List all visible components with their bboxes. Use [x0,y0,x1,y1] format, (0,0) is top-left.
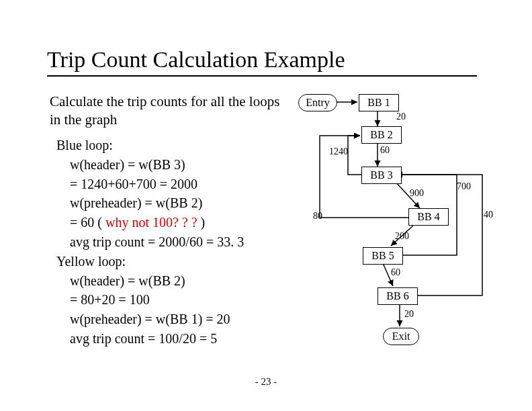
line: = 80+20 = 100 [56,292,150,307]
line: avg trip count = 100/20 = 5 [56,331,217,346]
edge-weight-bb4-bb5: 200 [395,231,409,242]
node-entry: Entry [298,94,337,111]
node-bb4: BB 4 [408,208,449,226]
flow-chart: Entry BB 1 BB 2 BB 3 BB 4 BB 5 BB 6 Exit… [296,87,511,356]
chart-edges [296,87,511,356]
line: Yellow loop: [56,254,126,269]
edge-weight-bb2-bb3: 60 [380,145,390,156]
page-title: Trip Count Calculation Example [47,47,477,77]
edge-weight-bb6-exit: 20 [404,309,414,320]
page-footer: - 23 - [0,376,532,387]
line: w(header) = w(BB 2) [56,273,185,288]
edge-weight-bb4-bb2: 80 [313,211,322,222]
line: w(header) = w(BB 3) [56,157,185,172]
line: avg trip count = 2000/60 = 33. 3 [56,234,244,249]
node-exit: Exit [383,328,419,345]
edge-weight-bb5-bb3: 700 [457,181,471,192]
edge-weight-bb3-bb2: 1240 [329,146,348,157]
subtitle: Calculate the trip counts for all the lo… [50,93,285,130]
node-bb6: BB 6 [378,287,418,305]
edge-weight-bb6-bb3: 40 [484,210,493,220]
line: Blue loop: [56,138,113,152]
line: w(preheader) = w(BB 1) = 20 [56,312,230,326]
body-text: Blue loop: w(header) = w(BB 3) = 1240+60… [56,136,244,349]
line: = 1240+60+700 = 2000 [56,177,197,191]
edge-weight-bb3-bb4: 900 [410,188,424,199]
node-bb2: BB 2 [361,126,402,144]
line: ) [197,215,206,230]
line-highlight: why not 100? ? ? [105,215,197,230]
node-bb5: BB 5 [363,247,403,265]
edge-weight-bb5-bb6: 60 [391,267,400,278]
line: w(preheader) = w(BB 2) [56,195,202,210]
node-bb3: BB 3 [361,167,402,184]
node-bb1: BB 1 [359,94,399,111]
edge-weight-bb1-bb2: 20 [396,111,406,122]
line: = 60 ( [56,215,105,230]
